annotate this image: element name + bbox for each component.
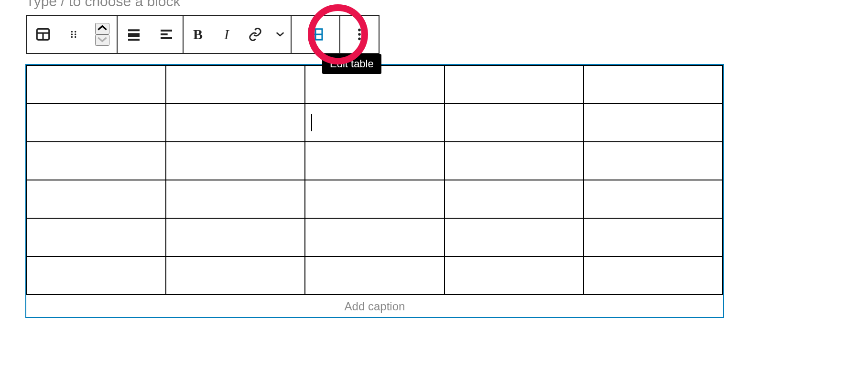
table-cell[interactable] [166, 65, 305, 104]
drag-icon [68, 29, 79, 40]
table-cell[interactable] [166, 104, 305, 142]
svg-point-6 [75, 33, 76, 35]
toolbar-group-format: B I [184, 16, 292, 53]
table-cell[interactable] [584, 218, 723, 256]
table-cell[interactable] [584, 104, 723, 142]
table-block[interactable]: Add caption [26, 64, 724, 318]
svg-point-8 [75, 36, 76, 38]
svg-rect-11 [128, 39, 140, 41]
table-row [27, 218, 723, 256]
table-row [27, 142, 723, 180]
block-type-button[interactable] [27, 16, 59, 53]
table-caption-input[interactable]: Add caption [26, 295, 723, 317]
table-row [27, 104, 723, 142]
table-cell[interactable] [27, 142, 166, 180]
svg-point-19 [358, 33, 361, 36]
more-rich-text-button[interactable] [270, 16, 291, 53]
block-align-button[interactable] [118, 16, 150, 53]
edit-table-button[interactable] [292, 16, 339, 53]
block-hint: Type / to choose a block [26, 0, 181, 10]
italic-button[interactable]: I [212, 16, 241, 53]
move-down-button[interactable] [95, 34, 109, 46]
text-align-button[interactable] [150, 16, 183, 53]
bold-button[interactable]: B [184, 16, 212, 53]
table-cell[interactable] [584, 65, 723, 104]
editable-table[interactable] [26, 65, 723, 295]
table-cell[interactable] [166, 256, 305, 295]
edit-table-tooltip: Edit table [322, 54, 381, 74]
table-cell[interactable] [27, 218, 166, 256]
svg-point-20 [358, 38, 361, 41]
table-cell[interactable] [166, 218, 305, 256]
text-align-left-icon [159, 27, 174, 42]
move-up-button[interactable] [95, 23, 109, 34]
chevron-down-icon [96, 36, 108, 45]
table-cell[interactable] [445, 180, 584, 218]
svg-point-4 [75, 31, 76, 33]
block-toolbar: B I [26, 15, 380, 54]
table-icon [35, 26, 51, 42]
chevron-down-icon [275, 31, 285, 38]
table-cell[interactable] [166, 142, 305, 180]
table-cell[interactable] [305, 218, 444, 256]
bold-icon: B [193, 26, 203, 42]
table-row [27, 256, 723, 295]
table-cell[interactable] [584, 142, 723, 180]
table-cell[interactable] [584, 256, 723, 295]
move-buttons [88, 16, 117, 53]
chevron-up-icon [96, 24, 108, 33]
toolbar-group-table [292, 16, 340, 53]
italic-icon: I [224, 26, 229, 42]
table-cell[interactable] [305, 142, 444, 180]
table-cell[interactable] [305, 180, 444, 218]
table-cell[interactable] [445, 104, 584, 142]
table-cell[interactable] [445, 142, 584, 180]
more-vertical-icon [358, 28, 361, 41]
svg-point-7 [71, 36, 73, 38]
table-cell[interactable] [445, 65, 584, 104]
options-button[interactable] [340, 16, 379, 53]
svg-rect-9 [128, 29, 140, 31]
table-cell[interactable] [305, 104, 444, 142]
table-cell[interactable] [305, 256, 444, 295]
table-cell[interactable] [27, 256, 166, 295]
svg-point-5 [71, 33, 73, 35]
svg-point-18 [358, 29, 361, 32]
toolbar-group-block [27, 16, 118, 53]
link-button[interactable] [241, 16, 270, 53]
table-cell[interactable] [27, 65, 166, 104]
toolbar-group-options [340, 16, 379, 53]
align-icon [126, 27, 141, 42]
table-cell[interactable] [27, 180, 166, 218]
drag-handle-button[interactable] [59, 16, 88, 53]
table-cell[interactable] [445, 218, 584, 256]
table-edit-icon [307, 28, 324, 41]
svg-point-3 [71, 31, 73, 33]
table-cell[interactable] [166, 180, 305, 218]
link-icon [248, 27, 262, 42]
toolbar-group-align [118, 16, 184, 53]
table-cell[interactable] [584, 180, 723, 218]
svg-rect-10 [128, 33, 140, 37]
table-row [27, 180, 723, 218]
table-cell[interactable] [27, 104, 166, 142]
table-cell[interactable] [445, 256, 584, 295]
